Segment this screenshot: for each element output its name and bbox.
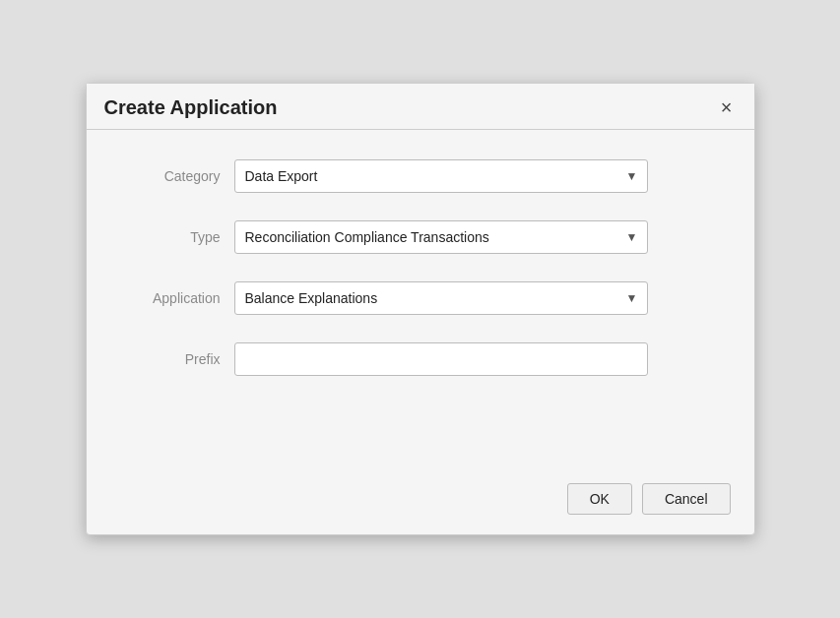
ok-button[interactable]: OK	[567, 483, 632, 515]
application-label: Application	[126, 290, 234, 306]
prefix-row: Prefix	[126, 342, 715, 376]
application-row: Application Balance Explanations Other A…	[126, 281, 715, 315]
type-row: Type Reconciliation Compliance Transacti…	[126, 220, 715, 254]
application-select[interactable]: Balance Explanations Other Application	[234, 281, 648, 315]
type-control: Reconciliation Compliance Transactions S…	[234, 220, 648, 254]
cancel-button[interactable]: Cancel	[642, 483, 731, 515]
dialog-title: Create Application	[104, 96, 278, 119]
close-button[interactable]: ×	[717, 95, 737, 119]
application-select-wrapper: Balance Explanations Other Application ▼	[234, 281, 648, 315]
category-control: Data Export Data Import Report ▼	[234, 159, 648, 193]
application-control: Balance Explanations Other Application ▼	[234, 281, 648, 315]
category-row: Category Data Export Data Import Report …	[126, 159, 715, 193]
type-select[interactable]: Reconciliation Compliance Transactions S…	[234, 220, 648, 254]
type-label: Type	[126, 229, 234, 245]
type-select-wrapper: Reconciliation Compliance Transactions S…	[234, 220, 648, 254]
dialog-body: Category Data Export Data Import Report …	[87, 130, 754, 467]
dialog-footer: OK Cancel	[87, 467, 754, 534]
prefix-input[interactable]	[234, 342, 648, 376]
dialog-header: Create Application ×	[87, 84, 754, 130]
category-select[interactable]: Data Export Data Import Report	[234, 159, 648, 193]
category-label: Category	[126, 168, 234, 184]
prefix-control	[234, 342, 648, 376]
prefix-label: Prefix	[126, 351, 234, 367]
create-application-dialog: Create Application × Category Data Expor…	[86, 83, 755, 535]
category-select-wrapper: Data Export Data Import Report ▼	[234, 159, 648, 193]
